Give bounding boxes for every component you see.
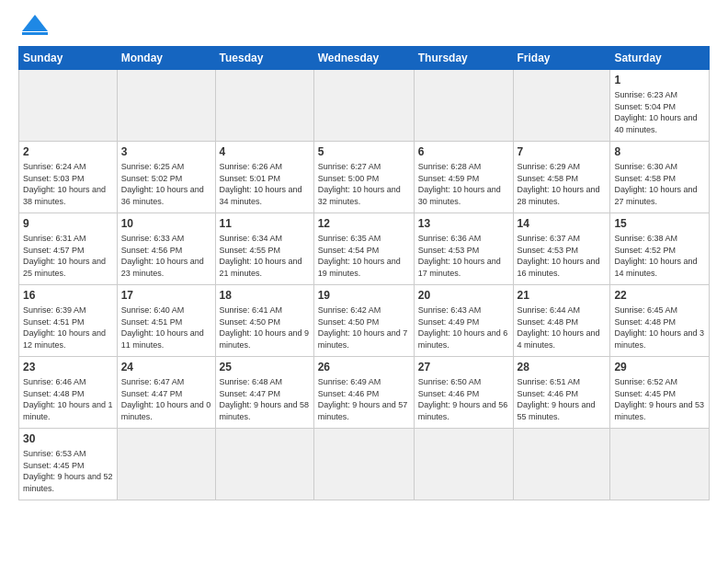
day-cell — [513, 70, 610, 142]
day-info: Sunrise: 6:45 AM Sunset: 4:48 PM Dayligh… — [614, 304, 705, 350]
day-info: Sunrise: 6:47 AM Sunset: 4:47 PM Dayligh… — [121, 376, 211, 422]
day-cell: 7Sunrise: 6:29 AM Sunset: 4:58 PM Daylig… — [513, 142, 610, 213]
day-cell: 26Sunrise: 6:49 AM Sunset: 4:46 PM Dayli… — [313, 357, 414, 429]
day-info: Sunrise: 6:44 AM Sunset: 4:48 PM Dayligh… — [518, 304, 607, 350]
day-cell — [19, 70, 118, 142]
day-number: 15 — [614, 216, 705, 231]
day-number: 30 — [23, 431, 113, 446]
day-number: 25 — [220, 360, 310, 374]
day-info: Sunrise: 6:36 AM Sunset: 4:53 PM Dayligh… — [418, 233, 509, 279]
svg-rect-1 — [22, 32, 48, 35]
day-info: Sunrise: 6:51 AM Sunset: 4:46 PM Dayligh… — [518, 376, 607, 422]
day-number: 29 — [614, 360, 705, 374]
day-number: 27 — [418, 360, 509, 374]
day-info: Sunrise: 6:26 AM Sunset: 5:01 PM Dayligh… — [220, 161, 310, 207]
day-info: Sunrise: 6:46 AM Sunset: 4:48 PM Dayligh… — [23, 376, 113, 422]
day-cell: 15Sunrise: 6:38 AM Sunset: 4:52 PM Dayli… — [610, 213, 710, 285]
day-number: 16 — [23, 288, 113, 303]
day-number: 26 — [318, 360, 410, 374]
logo-triangle-graphic — [22, 15, 48, 35]
day-cell — [117, 70, 215, 142]
day-info: Sunrise: 6:28 AM Sunset: 4:59 PM Dayligh… — [418, 161, 509, 207]
day-info: Sunrise: 6:23 AM Sunset: 5:04 PM Dayligh… — [614, 89, 705, 135]
day-cell: 16Sunrise: 6:39 AM Sunset: 4:51 PM Dayli… — [19, 285, 118, 357]
weekday-header-row: SundayMondayTuesdayWednesdayThursdayFrid… — [19, 47, 710, 70]
day-number: 23 — [23, 360, 113, 374]
day-number: 3 — [121, 144, 211, 159]
day-info: Sunrise: 6:50 AM Sunset: 4:46 PM Dayligh… — [418, 376, 509, 422]
week-row-2: 9Sunrise: 6:31 AM Sunset: 4:57 PM Daylig… — [19, 213, 710, 285]
day-number: 2 — [23, 144, 113, 159]
day-info: Sunrise: 6:33 AM Sunset: 4:56 PM Dayligh… — [121, 233, 211, 279]
day-number: 10 — [121, 216, 211, 231]
day-info: Sunrise: 6:29 AM Sunset: 4:58 PM Dayligh… — [518, 161, 607, 207]
day-info: Sunrise: 6:41 AM Sunset: 4:50 PM Dayligh… — [220, 304, 310, 350]
day-info: Sunrise: 6:37 AM Sunset: 4:53 PM Dayligh… — [518, 233, 607, 279]
day-info: Sunrise: 6:43 AM Sunset: 4:49 PM Dayligh… — [418, 304, 509, 350]
day-cell — [313, 70, 414, 142]
week-row-4: 23Sunrise: 6:46 AM Sunset: 4:48 PM Dayli… — [19, 357, 710, 429]
day-cell — [414, 429, 513, 500]
day-cell: 19Sunrise: 6:42 AM Sunset: 4:50 PM Dayli… — [313, 285, 414, 357]
page: SundayMondayTuesdayWednesdayThursdayFrid… — [0, 0, 728, 510]
day-number: 20 — [418, 288, 509, 303]
day-cell: 4Sunrise: 6:26 AM Sunset: 5:01 PM Daylig… — [215, 142, 313, 213]
day-cell: 6Sunrise: 6:28 AM Sunset: 4:59 PM Daylig… — [414, 142, 513, 213]
day-number: 7 — [518, 144, 607, 159]
day-number: 13 — [418, 216, 509, 231]
day-info: Sunrise: 6:31 AM Sunset: 4:57 PM Dayligh… — [23, 233, 113, 279]
day-cell: 10Sunrise: 6:33 AM Sunset: 4:56 PM Dayli… — [117, 213, 215, 285]
logo — [18, 15, 48, 39]
day-cell — [215, 70, 313, 142]
day-info: Sunrise: 6:42 AM Sunset: 4:50 PM Dayligh… — [318, 304, 410, 350]
week-row-1: 2Sunrise: 6:24 AM Sunset: 5:03 PM Daylig… — [19, 142, 710, 213]
day-info: Sunrise: 6:24 AM Sunset: 5:03 PM Dayligh… — [23, 161, 113, 207]
day-info: Sunrise: 6:34 AM Sunset: 4:55 PM Dayligh… — [220, 233, 310, 279]
day-cell: 24Sunrise: 6:47 AM Sunset: 4:47 PM Dayli… — [117, 357, 215, 429]
day-info: Sunrise: 6:48 AM Sunset: 4:47 PM Dayligh… — [220, 376, 310, 422]
day-cell — [117, 429, 215, 500]
day-info: Sunrise: 6:52 AM Sunset: 4:45 PM Dayligh… — [614, 376, 705, 422]
day-cell: 11Sunrise: 6:34 AM Sunset: 4:55 PM Dayli… — [215, 213, 313, 285]
day-number: 8 — [614, 144, 705, 159]
svg-marker-0 — [22, 15, 48, 31]
day-cell: 1Sunrise: 6:23 AM Sunset: 5:04 PM Daylig… — [610, 70, 710, 142]
day-info: Sunrise: 6:39 AM Sunset: 4:51 PM Dayligh… — [23, 304, 113, 350]
day-cell: 8Sunrise: 6:30 AM Sunset: 4:58 PM Daylig… — [610, 142, 710, 213]
week-row-5: 30Sunrise: 6:53 AM Sunset: 4:45 PM Dayli… — [19, 429, 710, 500]
day-cell: 2Sunrise: 6:24 AM Sunset: 5:03 PM Daylig… — [19, 142, 118, 213]
day-number: 22 — [614, 288, 705, 303]
day-cell — [513, 429, 610, 500]
day-number: 9 — [23, 216, 113, 231]
weekday-thursday: Thursday — [414, 47, 513, 70]
day-cell: 29Sunrise: 6:52 AM Sunset: 4:45 PM Dayli… — [610, 357, 710, 429]
weekday-saturday: Saturday — [610, 47, 710, 70]
day-number: 21 — [518, 288, 607, 303]
day-info: Sunrise: 6:49 AM Sunset: 4:46 PM Dayligh… — [318, 376, 410, 422]
week-row-0: 1Sunrise: 6:23 AM Sunset: 5:04 PM Daylig… — [19, 70, 710, 142]
logo-icon — [18, 15, 48, 35]
day-cell — [610, 429, 710, 500]
weekday-friday: Friday — [513, 47, 610, 70]
header — [18, 15, 710, 39]
day-info: Sunrise: 6:38 AM Sunset: 4:52 PM Dayligh… — [614, 233, 705, 279]
day-cell: 5Sunrise: 6:27 AM Sunset: 5:00 PM Daylig… — [313, 142, 414, 213]
day-number: 11 — [220, 216, 310, 231]
day-cell: 20Sunrise: 6:43 AM Sunset: 4:49 PM Dayli… — [414, 285, 513, 357]
day-cell: 28Sunrise: 6:51 AM Sunset: 4:46 PM Dayli… — [513, 357, 610, 429]
day-info: Sunrise: 6:27 AM Sunset: 5:00 PM Dayligh… — [318, 161, 410, 207]
day-cell: 14Sunrise: 6:37 AM Sunset: 4:53 PM Dayli… — [513, 213, 610, 285]
day-cell: 30Sunrise: 6:53 AM Sunset: 4:45 PM Dayli… — [19, 429, 118, 500]
day-cell — [313, 429, 414, 500]
day-number: 28 — [518, 360, 607, 374]
day-number: 12 — [318, 216, 410, 231]
day-cell: 18Sunrise: 6:41 AM Sunset: 4:50 PM Dayli… — [215, 285, 313, 357]
day-info: Sunrise: 6:30 AM Sunset: 4:58 PM Dayligh… — [614, 161, 705, 207]
day-number: 1 — [614, 73, 705, 87]
day-number: 4 — [220, 144, 310, 159]
day-number: 19 — [318, 288, 410, 303]
day-cell: 17Sunrise: 6:40 AM Sunset: 4:51 PM Dayli… — [117, 285, 215, 357]
day-cell: 3Sunrise: 6:25 AM Sunset: 5:02 PM Daylig… — [117, 142, 215, 213]
day-cell: 23Sunrise: 6:46 AM Sunset: 4:48 PM Dayli… — [19, 357, 118, 429]
day-number: 6 — [418, 144, 509, 159]
